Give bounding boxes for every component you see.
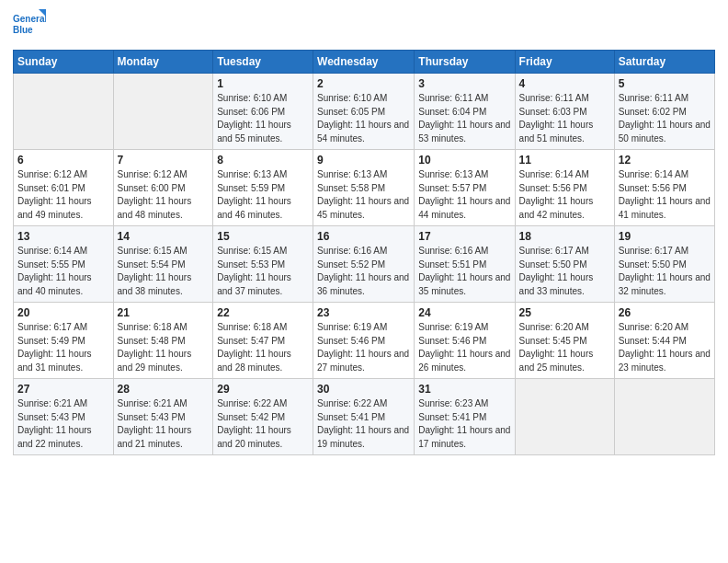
day-number: 19 — [619, 230, 711, 243]
col-header-thursday: Thursday — [415, 51, 515, 74]
logo: General Blue — [13, 9, 46, 42]
day-number: 7 — [118, 154, 210, 167]
day-cell: 18Sunrise: 6:17 AMSunset: 5:50 PMDayligh… — [515, 226, 614, 303]
day-number: 28 — [118, 383, 210, 396]
day-cell: 25Sunrise: 6:20 AMSunset: 5:45 PMDayligh… — [515, 303, 614, 379]
day-cell: 15Sunrise: 6:15 AMSunset: 5:53 PMDayligh… — [213, 226, 313, 303]
day-info: Sunrise: 6:17 AMSunset: 5:49 PMDaylight:… — [17, 321, 109, 374]
day-info: Sunrise: 6:13 AMSunset: 5:58 PMDaylight:… — [317, 168, 410, 222]
day-number: 29 — [217, 383, 309, 396]
day-number: 23 — [317, 306, 410, 319]
day-cell: 27Sunrise: 6:21 AMSunset: 5:43 PMDayligh… — [14, 379, 114, 455]
page-header: General Blue — [13, 9, 715, 42]
day-info: Sunrise: 6:18 AMSunset: 5:47 PMDaylight:… — [217, 321, 309, 374]
day-cell: 29Sunrise: 6:22 AMSunset: 5:42 PMDayligh… — [213, 379, 313, 455]
day-cell: 6Sunrise: 6:12 AMSunset: 6:01 PMDaylight… — [14, 150, 114, 226]
day-number: 3 — [418, 77, 510, 90]
day-cell: 20Sunrise: 6:17 AMSunset: 5:49 PMDayligh… — [14, 303, 114, 379]
day-info: Sunrise: 6:10 AMSunset: 6:05 PMDaylight:… — [317, 92, 410, 145]
day-info: Sunrise: 6:11 AMSunset: 6:04 PMDaylight:… — [418, 92, 510, 145]
day-cell: 3Sunrise: 6:11 AMSunset: 6:04 PMDaylight… — [415, 74, 515, 150]
day-number: 13 — [17, 230, 109, 243]
week-row-0: 1Sunrise: 6:10 AMSunset: 6:06 PMDaylight… — [14, 74, 715, 150]
day-number: 8 — [217, 154, 309, 167]
day-number: 2 — [317, 77, 410, 90]
day-number: 16 — [317, 230, 410, 243]
day-number: 22 — [217, 306, 309, 319]
calendar-table: SundayMondayTuesdayWednesdayThursdayFrid… — [13, 50, 715, 455]
day-cell — [515, 379, 614, 455]
day-info: Sunrise: 6:16 AMSunset: 5:52 PMDaylight:… — [317, 245, 410, 298]
day-cell: 16Sunrise: 6:16 AMSunset: 5:52 PMDayligh… — [313, 226, 415, 303]
day-info: Sunrise: 6:20 AMSunset: 5:45 PMDaylight:… — [519, 321, 610, 374]
day-cell — [14, 74, 114, 150]
day-number: 9 — [317, 154, 410, 167]
svg-text:General: General — [13, 14, 46, 24]
week-row-4: 27Sunrise: 6:21 AMSunset: 5:43 PMDayligh… — [14, 379, 715, 455]
day-cell: 8Sunrise: 6:13 AMSunset: 5:59 PMDaylight… — [213, 150, 313, 226]
day-cell — [614, 379, 714, 455]
day-cell: 26Sunrise: 6:20 AMSunset: 5:44 PMDayligh… — [614, 303, 714, 379]
day-cell: 23Sunrise: 6:19 AMSunset: 5:46 PMDayligh… — [313, 303, 415, 379]
day-cell: 9Sunrise: 6:13 AMSunset: 5:58 PMDaylight… — [313, 150, 415, 226]
day-number: 1 — [217, 77, 309, 90]
col-header-monday: Monday — [113, 51, 213, 74]
week-row-1: 6Sunrise: 6:12 AMSunset: 6:01 PMDaylight… — [14, 150, 715, 226]
day-cell: 24Sunrise: 6:19 AMSunset: 5:46 PMDayligh… — [415, 303, 515, 379]
day-number: 25 — [519, 306, 610, 319]
day-info: Sunrise: 6:11 AMSunset: 6:02 PMDaylight:… — [619, 92, 711, 145]
day-number: 10 — [418, 154, 510, 167]
day-info: Sunrise: 6:22 AMSunset: 5:41 PMDaylight:… — [317, 397, 410, 451]
day-cell: 10Sunrise: 6:13 AMSunset: 5:57 PMDayligh… — [415, 150, 515, 226]
day-cell: 13Sunrise: 6:14 AMSunset: 5:55 PMDayligh… — [14, 226, 114, 303]
day-info: Sunrise: 6:19 AMSunset: 5:46 PMDaylight:… — [418, 321, 510, 374]
day-info: Sunrise: 6:13 AMSunset: 5:59 PMDaylight:… — [217, 168, 309, 222]
day-info: Sunrise: 6:23 AMSunset: 5:41 PMDaylight:… — [418, 397, 510, 451]
col-header-friday: Friday — [515, 51, 614, 74]
day-info: Sunrise: 6:21 AMSunset: 5:43 PMDaylight:… — [17, 397, 109, 451]
day-cell: 5Sunrise: 6:11 AMSunset: 6:02 PMDaylight… — [614, 74, 714, 150]
svg-text:Blue: Blue — [13, 25, 33, 35]
day-info: Sunrise: 6:17 AMSunset: 5:50 PMDaylight:… — [519, 245, 610, 298]
week-row-2: 13Sunrise: 6:14 AMSunset: 5:55 PMDayligh… — [14, 226, 715, 303]
day-number: 5 — [619, 77, 711, 90]
day-info: Sunrise: 6:12 AMSunset: 6:01 PMDaylight:… — [17, 168, 109, 222]
col-header-tuesday: Tuesday — [213, 51, 313, 74]
day-number: 30 — [317, 383, 410, 396]
day-info: Sunrise: 6:11 AMSunset: 6:03 PMDaylight:… — [519, 92, 610, 145]
day-cell: 21Sunrise: 6:18 AMSunset: 5:48 PMDayligh… — [113, 303, 213, 379]
day-info: Sunrise: 6:19 AMSunset: 5:46 PMDaylight:… — [317, 321, 410, 374]
day-info: Sunrise: 6:15 AMSunset: 5:53 PMDaylight:… — [217, 245, 309, 298]
day-number: 6 — [17, 154, 109, 167]
day-number: 4 — [519, 77, 610, 90]
col-header-sunday: Sunday — [14, 51, 114, 74]
day-cell: 28Sunrise: 6:21 AMSunset: 5:43 PMDayligh… — [113, 379, 213, 455]
day-number: 15 — [217, 230, 309, 243]
day-cell: 30Sunrise: 6:22 AMSunset: 5:41 PMDayligh… — [313, 379, 415, 455]
day-number: 20 — [17, 306, 109, 319]
day-cell: 19Sunrise: 6:17 AMSunset: 5:50 PMDayligh… — [614, 226, 714, 303]
day-info: Sunrise: 6:14 AMSunset: 5:56 PMDaylight:… — [519, 168, 610, 222]
day-cell: 12Sunrise: 6:14 AMSunset: 5:56 PMDayligh… — [614, 150, 714, 226]
day-number: 14 — [118, 230, 210, 243]
day-info: Sunrise: 6:21 AMSunset: 5:43 PMDaylight:… — [118, 397, 210, 451]
day-number: 27 — [17, 383, 109, 396]
day-info: Sunrise: 6:18 AMSunset: 5:48 PMDaylight:… — [118, 321, 210, 374]
day-number: 24 — [418, 306, 510, 319]
col-header-saturday: Saturday — [614, 51, 714, 74]
day-info: Sunrise: 6:10 AMSunset: 6:06 PMDaylight:… — [217, 92, 309, 145]
day-info: Sunrise: 6:13 AMSunset: 5:57 PMDaylight:… — [418, 168, 510, 222]
day-number: 17 — [418, 230, 510, 243]
col-header-wednesday: Wednesday — [313, 51, 415, 74]
day-number: 18 — [519, 230, 610, 243]
day-cell: 31Sunrise: 6:23 AMSunset: 5:41 PMDayligh… — [415, 379, 515, 455]
day-info: Sunrise: 6:12 AMSunset: 6:00 PMDaylight:… — [118, 168, 210, 222]
day-info: Sunrise: 6:15 AMSunset: 5:54 PMDaylight:… — [118, 245, 210, 298]
day-info: Sunrise: 6:16 AMSunset: 5:51 PMDaylight:… — [418, 245, 510, 298]
day-cell — [113, 74, 213, 150]
day-cell: 4Sunrise: 6:11 AMSunset: 6:03 PMDaylight… — [515, 74, 614, 150]
day-info: Sunrise: 6:14 AMSunset: 5:56 PMDaylight:… — [619, 168, 711, 222]
day-info: Sunrise: 6:14 AMSunset: 5:55 PMDaylight:… — [17, 245, 109, 298]
day-cell: 1Sunrise: 6:10 AMSunset: 6:06 PMDaylight… — [213, 74, 313, 150]
day-cell: 7Sunrise: 6:12 AMSunset: 6:00 PMDaylight… — [113, 150, 213, 226]
